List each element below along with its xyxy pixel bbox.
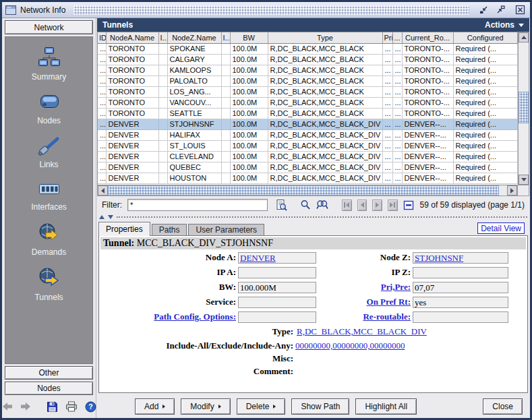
tab-user-parameters[interactable]: User Parameters <box>188 224 264 235</box>
table-row[interactable]: ...DENVERSTJOHNSNF100.0MR,DC_BLACK,MCC_B… <box>98 119 518 129</box>
filter-input[interactable] <box>127 199 268 211</box>
window-titlebar[interactable]: Network Info <box>2 2 530 18</box>
minimize-button[interactable] <box>477 4 490 16</box>
table-row[interactable]: ...DENVERST_LOUIS100.0MR,DC_BLACK,MCC_BL… <box>98 140 518 151</box>
page-list-icon[interactable] <box>403 199 415 211</box>
column-header[interactable]: ID <box>98 32 106 43</box>
table-cell: R,DC_BLACK,MCC_BLACK_DIV <box>268 140 382 151</box>
column-header[interactable]: Current_Ro... <box>402 32 453 43</box>
node-a-link[interactable]: DENVER <box>240 253 276 263</box>
add-button[interactable]: Add <box>135 398 175 415</box>
scroll-down-button[interactable] <box>519 175 529 185</box>
on-pref-rt-link-label[interactable]: On Pref Rt: <box>316 297 413 307</box>
close-window-button[interactable] <box>514 4 527 16</box>
column-header[interactable]: NodeZ.Name <box>167 32 221 43</box>
column-header[interactable]: Pri <box>382 32 392 43</box>
print-icon[interactable] <box>65 400 78 413</box>
service-label: Service: <box>100 297 238 307</box>
table-row[interactable]: ...DENVERHALIFAX100.0MR,DC_BLACK,MCC_BLA… <box>98 129 518 140</box>
table-cell: PALOALTO <box>167 76 221 86</box>
tab-paths[interactable]: Paths <box>152 224 187 235</box>
actions-menu-button[interactable]: Actions <box>485 20 524 30</box>
type-link[interactable]: R,DC_BLACK,MCC_BLACK_DIV <box>297 326 427 337</box>
tunnels-icon <box>37 267 61 291</box>
vertical-scroll-thumb[interactable] <box>519 92 529 123</box>
column-header[interactable]: NodeA.Name <box>106 32 158 43</box>
close-button[interactable]: Close <box>483 398 523 415</box>
vertical-scrollbar[interactable] <box>518 32 529 185</box>
sidebar-item-nodes[interactable]: Nodes <box>5 92 92 125</box>
tunnels-table-zone: IDNodeA.NameI...NodeZ.NameI...BWTypePri.… <box>97 32 529 196</box>
back-button[interactable] <box>2 400 13 413</box>
table-row[interactable]: ...TORONTOPALOALTO100.0MR,DC_BLACK,MCC_B… <box>98 76 518 86</box>
pri-pre-link-label[interactable]: Pri,Pre: <box>316 282 413 293</box>
sidebar-tab-network[interactable]: Network <box>5 20 93 34</box>
table-row[interactable]: ...DENVERCLEVELAND100.0MR,DC_BLACK,MCC_B… <box>98 151 518 162</box>
demands-icon <box>37 222 61 245</box>
highlight-all-button[interactable]: Highlight All <box>355 398 417 415</box>
table-cell: CLEVELAND <box>167 151 221 162</box>
detail-view-link[interactable]: Detail View <box>477 222 525 234</box>
horizontal-scroll-thumb[interactable] <box>108 185 499 196</box>
path-config-options-link-label[interactable]: Path Config. Options: <box>100 311 238 322</box>
column-header[interactable]: Configured <box>453 32 518 43</box>
table-row[interactable]: ...TORONTOLOS_ANG...100.0MR,DC_BLACK,MCC… <box>98 86 518 97</box>
table-row[interactable]: ...TORONTOSEATTLE100.0MR,DC_BLACK,MCC_BL… <box>98 108 518 119</box>
delete-button[interactable]: Delete <box>237 398 286 415</box>
table-row[interactable]: ...TORONTOVANCOUV...100.0MR,DC_BLACK,MCC… <box>98 97 518 108</box>
scroll-up-button[interactable] <box>519 32 529 42</box>
modify-button[interactable]: Modify <box>181 398 230 415</box>
search-plus-icon[interactable] <box>316 199 328 211</box>
table-row[interactable]: ...DENVERQUEBEC100.0MR,DC_BLACK,MCC_BLAC… <box>98 162 518 173</box>
column-header[interactable]: ... <box>392 32 402 43</box>
table-row[interactable]: ...TORONTOSPOKANE100.0MR,DC_BLACK,MCC_BL… <box>98 43 518 54</box>
re-routable-link-label[interactable]: Re-routable: <box>316 311 413 322</box>
scroll-left-button[interactable] <box>98 185 108 196</box>
table-row[interactable]: ...DENVERHOUSTON100.0MR,DC_BLACK,MCC_BLA… <box>98 173 518 183</box>
show-path-button-label: Show Path <box>301 402 340 411</box>
prev-page-button[interactable] <box>357 200 367 211</box>
vertical-scroll-track[interactable] <box>519 42 529 175</box>
sidebar-tab-nodes[interactable]: Nodes <box>5 382 93 395</box>
last-page-button[interactable] <box>388 200 398 211</box>
sidebar-item-demands[interactable]: Demands <box>5 222 92 257</box>
show-path-button[interactable]: Show Path <box>291 398 349 415</box>
scroll-right-button[interactable] <box>507 185 517 196</box>
collapse-up-icon[interactable] <box>99 215 105 219</box>
form-row: Misc: <box>100 353 526 364</box>
form-row: Path Config. Options: Re-routable: <box>100 311 526 323</box>
preview-search-icon[interactable] <box>276 199 287 211</box>
table-row[interactable]: ...TORONTOCALGARY100.0MR,DC_BLACK,MCC_BL… <box>98 54 518 65</box>
tab-properties[interactable]: Properties <box>98 222 150 236</box>
table-cell: ... <box>392 129 402 140</box>
search-icon[interactable] <box>299 199 311 211</box>
first-page-button[interactable] <box>342 200 352 211</box>
include-values-link[interactable]: 00000000,00000000,00000000 <box>295 340 405 351</box>
column-header[interactable]: I... <box>158 32 167 43</box>
collapse-down-icon[interactable] <box>108 215 113 219</box>
column-header[interactable]: BW <box>230 32 268 43</box>
split-pane-divider[interactable] <box>97 214 529 220</box>
horizontal-scrollbar[interactable] <box>97 185 518 196</box>
sidebar-item-links[interactable]: Links <box>5 136 92 169</box>
node-z-link[interactable]: STJOHNSNF <box>415 253 463 263</box>
sidebar-tab-other[interactable]: Other <box>5 366 93 380</box>
horizontal-scroll-track[interactable] <box>108 185 507 196</box>
table-cell: 100.0M <box>230 129 268 140</box>
column-header[interactable]: I... <box>221 32 230 43</box>
column-header[interactable]: Type <box>268 32 382 43</box>
help-icon[interactable]: ? <box>85 400 96 413</box>
next-page-button[interactable] <box>372 200 382 211</box>
table-cell <box>158 119 167 129</box>
sidebar-item-tunnels[interactable]: Tunnels <box>5 267 92 302</box>
save-icon[interactable] <box>47 400 58 413</box>
form-row: Node A: DENVER Node Z: STJOHNSNF <box>100 251 526 264</box>
table-cell <box>221 43 230 54</box>
forward-button[interactable] <box>20 400 31 413</box>
sidebar-item-summary[interactable]: Summary <box>5 47 92 82</box>
table-cell: 100.0M <box>230 173 268 183</box>
maximize-button[interactable] <box>494 4 507 16</box>
table-row[interactable]: ...TORONTOKAMLOOPS100.0MR,DC_BLACK,MCC_B… <box>98 65 518 76</box>
service-field <box>238 297 316 308</box>
sidebar-item-interfaces[interactable]: Interfaces <box>5 179 92 212</box>
